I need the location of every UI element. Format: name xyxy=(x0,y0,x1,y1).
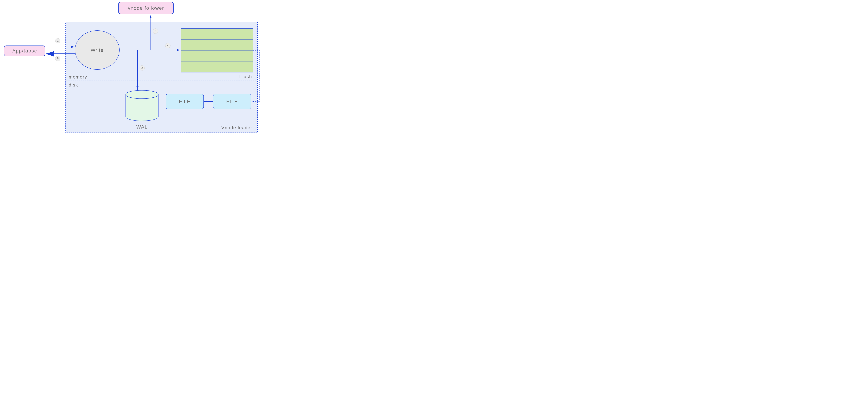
step-badge-3: 3 xyxy=(153,29,158,34)
svg-point-9 xyxy=(126,90,158,99)
file1-label: FILE xyxy=(179,99,190,104)
memory-label: memory xyxy=(69,74,87,80)
diagram-svg: memory disk Vnode leader Flush App/taosc… xyxy=(0,0,266,139)
flush-label: Flush xyxy=(239,74,252,79)
wal-label: WAL xyxy=(136,124,148,129)
step-badge-1: 1 xyxy=(55,38,60,43)
file2-label: FILE xyxy=(226,99,238,104)
app-label: App/taosc xyxy=(12,48,37,54)
diagram-canvas: memory disk Vnode leader Flush App/taosc… xyxy=(0,0,266,139)
memory-grid xyxy=(181,29,253,72)
vnode-follower-label: vnode follower xyxy=(128,5,164,11)
write-label: Write xyxy=(91,48,104,53)
wal-cylinder xyxy=(126,90,158,121)
step-badge-5: 5 xyxy=(55,56,60,61)
step-badge-2: 2 xyxy=(140,65,145,70)
step-badge-4: 4 xyxy=(165,43,170,48)
vnode-leader-label: Vnode leader xyxy=(221,125,252,130)
disk-label: disk xyxy=(69,82,78,88)
